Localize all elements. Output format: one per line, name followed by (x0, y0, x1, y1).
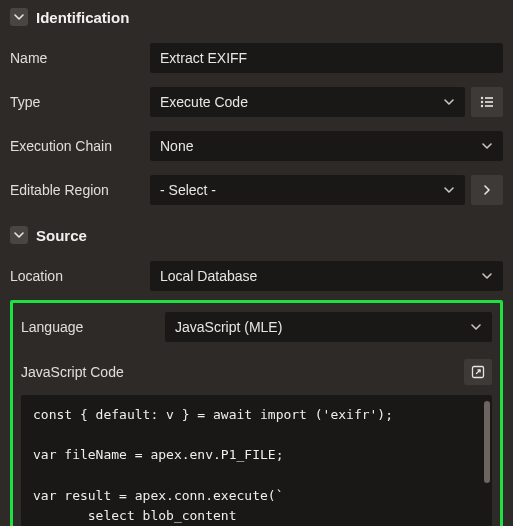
chevron-right-icon (481, 184, 493, 196)
javascript-code-editor[interactable]: const { default: v } = await import ('ex… (21, 395, 492, 526)
editable-region-label: Editable Region (10, 182, 140, 198)
collapse-source-button[interactable] (10, 226, 28, 244)
location-label: Location (10, 268, 140, 284)
source-section: Source Location Local Database Language … (0, 218, 513, 526)
identification-header: Identification (10, 0, 503, 36)
editable-region-value: - Select - (160, 182, 216, 198)
code-header: JavaScript Code (21, 349, 492, 395)
expand-code-button[interactable] (464, 359, 492, 385)
svg-point-0 (481, 97, 483, 99)
javascript-code-label: JavaScript Code (21, 364, 124, 380)
editable-region-select[interactable]: - Select - (150, 175, 465, 205)
list-icon (479, 94, 495, 110)
svg-rect-5 (485, 105, 493, 107)
type-row: Type Execute Code (10, 80, 503, 124)
name-input[interactable] (150, 43, 503, 73)
highlighted-region: Language JavaScript (MLE) JavaScript Cod… (10, 300, 503, 526)
type-label: Type (10, 94, 140, 110)
code-content: const { default: v } = await import ('ex… (33, 407, 393, 526)
execution-chain-label: Execution Chain (10, 138, 140, 154)
collapse-identification-button[interactable] (10, 8, 28, 26)
name-label: Name (10, 50, 140, 66)
expand-icon (471, 365, 485, 379)
language-select[interactable]: JavaScript (MLE) (165, 312, 492, 342)
code-scrollbar[interactable] (484, 401, 490, 483)
chevron-down-icon (481, 270, 493, 282)
chevron-down-icon (443, 184, 455, 196)
chevron-down-icon (470, 321, 482, 333)
type-options-button[interactable] (471, 87, 503, 117)
execution-chain-row: Execution Chain None (10, 124, 503, 168)
identification-section: Identification Name Type Execute Code (0, 0, 513, 212)
chevron-down-icon (481, 140, 493, 152)
chevron-down-icon (13, 229, 25, 241)
editable-region-go-button[interactable] (471, 175, 503, 205)
execution-chain-value: None (160, 138, 193, 154)
svg-point-4 (481, 105, 483, 107)
svg-rect-3 (485, 101, 493, 103)
name-row: Name (10, 36, 503, 80)
location-row: Location Local Database (10, 254, 503, 298)
chevron-down-icon (443, 96, 455, 108)
identification-title: Identification (36, 9, 129, 26)
language-label: Language (21, 319, 155, 335)
editable-region-row: Editable Region - Select - (10, 168, 503, 212)
language-value: JavaScript (MLE) (175, 319, 282, 335)
language-row: Language JavaScript (MLE) (21, 303, 492, 349)
source-title: Source (36, 227, 87, 244)
svg-rect-1 (485, 97, 493, 99)
type-select[interactable]: Execute Code (150, 87, 465, 117)
type-value: Execute Code (160, 94, 248, 110)
source-header: Source (10, 218, 503, 254)
location-value: Local Database (160, 268, 257, 284)
location-select[interactable]: Local Database (150, 261, 503, 291)
execution-chain-select[interactable]: None (150, 131, 503, 161)
chevron-down-icon (13, 11, 25, 23)
svg-point-2 (481, 101, 483, 103)
